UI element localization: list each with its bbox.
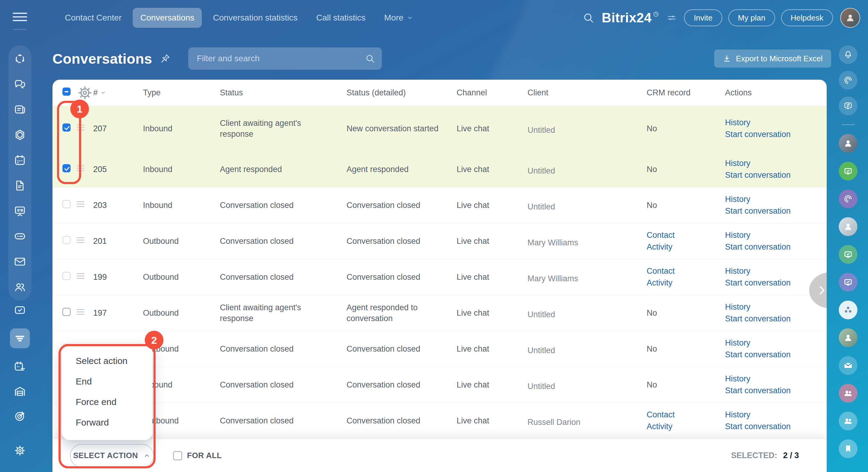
filter-search-icon[interactable] (365, 53, 375, 64)
column-header-status-detailed[interactable]: Status (detailed) (346, 88, 457, 97)
tab-conversations[interactable]: Conversations (133, 8, 202, 28)
crm-contact-link[interactable]: Contact (647, 229, 725, 241)
crm-contact-link[interactable]: Contact (647, 265, 725, 277)
helpdesk-button[interactable]: Helpdesk (781, 9, 833, 26)
contact-center-icon-active[interactable] (10, 328, 30, 348)
select-all-checkbox[interactable] (62, 88, 70, 96)
client-name[interactable]: Untitled (527, 163, 647, 176)
start-conversation-link[interactable]: Start conversation (725, 349, 827, 361)
main-menu-icon[interactable] (13, 13, 27, 21)
column-header-client[interactable]: Client (527, 88, 647, 97)
column-header-actions[interactable]: Actions (725, 88, 827, 97)
crm-contact-link[interactable]: Contact (647, 409, 725, 421)
start-conversation-link[interactable]: Start conversation (725, 128, 827, 140)
my-tasks-icon[interactable] (13, 304, 26, 316)
tab-call-statistics[interactable]: Call statistics (309, 8, 373, 28)
row-menu-icon[interactable] (76, 164, 85, 173)
chat-avatar-cat[interactable] (839, 217, 858, 236)
chat-avatar-man[interactable] (839, 134, 858, 153)
client-name[interactable]: Mary Williams (527, 271, 647, 284)
mail-channel-icon[interactable] (839, 356, 858, 375)
for-all-checkbox[interactable]: FOR ALL (173, 451, 222, 460)
history-link[interactable]: History (725, 301, 827, 313)
client-name[interactable]: Untitled (527, 379, 647, 391)
documents-icon[interactable] (13, 179, 26, 192)
menu-item-select-action[interactable]: Select action (62, 351, 152, 371)
history-link[interactable]: History (725, 229, 827, 241)
row-menu-icon[interactable] (76, 307, 85, 316)
search-icon[interactable] (582, 12, 594, 24)
start-conversation-link[interactable]: Start conversation (725, 169, 827, 181)
client-name[interactable]: Untitled (527, 343, 647, 355)
team-icon[interactable] (13, 281, 26, 293)
history-link[interactable]: History (725, 337, 827, 349)
tab-conversation-statistics[interactable]: Conversation statistics (206, 8, 305, 28)
history-link[interactable]: History (725, 194, 827, 205)
video-calls-icon[interactable] (13, 205, 26, 217)
column-header-channel[interactable]: Channel (457, 88, 527, 97)
filter-search-input[interactable] (196, 53, 365, 64)
row-checkbox[interactable] (62, 123, 70, 131)
messenger-icon[interactable] (13, 78, 26, 91)
table-settings-gear-icon[interactable] (76, 85, 93, 101)
row-checkbox[interactable] (62, 308, 70, 316)
pin-icon[interactable] (160, 53, 171, 64)
row-menu-icon[interactable] (76, 200, 85, 209)
copilot-icon[interactable] (839, 71, 858, 90)
history-link[interactable]: History (725, 409, 827, 421)
crm-activity-link[interactable]: Activity (647, 241, 725, 253)
row-menu-icon[interactable] (76, 236, 85, 244)
crm-activity-link[interactable]: Activity (647, 421, 725, 433)
monitor-app-purple-icon[interactable] (839, 273, 858, 292)
start-conversation-link[interactable]: Start conversation (725, 241, 827, 253)
client-name[interactable]: Untitled (527, 307, 647, 319)
row-checkbox[interactable] (62, 236, 70, 244)
drive-icon[interactable] (13, 230, 26, 243)
bitrix24-logo[interactable]: Bitrix24 (602, 10, 659, 25)
column-header-status[interactable]: Status (220, 88, 346, 97)
monitor-app-green-icon[interactable] (839, 245, 858, 264)
sliders-icon[interactable] (666, 13, 677, 23)
chat-avatar-woman[interactable] (839, 328, 858, 347)
calendar-icon[interactable] (13, 154, 26, 167)
menu-item-forward[interactable]: Forward (62, 412, 152, 433)
my-plan-button[interactable]: My plan (728, 9, 775, 26)
user-avatar[interactable] (840, 8, 860, 28)
row-checkbox[interactable] (62, 200, 70, 208)
invite-button[interactable]: Invite (684, 9, 722, 26)
crm-icon[interactable] (13, 410, 26, 422)
row-menu-icon[interactable] (76, 123, 85, 132)
bookmark-icon[interactable] (839, 439, 858, 458)
people-channel-pink-icon[interactable] (839, 384, 858, 403)
row-checkbox[interactable] (62, 272, 70, 280)
client-name[interactable]: Untitled (527, 122, 647, 135)
history-link[interactable]: History (725, 117, 827, 128)
client-name[interactable]: Untitled (527, 199, 647, 211)
column-header-type[interactable]: Type (143, 88, 220, 97)
crm-activity-link[interactable]: Activity (647, 277, 725, 289)
column-header-crm-record[interactable]: CRM record (647, 88, 725, 97)
menu-item-force-end[interactable]: Force end (62, 392, 152, 412)
history-link[interactable]: History (725, 157, 827, 169)
mail-icon[interactable] (13, 255, 26, 268)
chat-avatar-group[interactable] (839, 301, 858, 319)
news-feed-icon[interactable] (13, 103, 26, 116)
history-link[interactable]: History (725, 265, 827, 277)
row-checkbox[interactable] (62, 164, 70, 172)
tab-contact-center[interactable]: Contact Center (57, 8, 129, 28)
tasks-app-icon[interactable] (839, 162, 858, 180)
select-action-button[interactable]: SELECT ACTION (70, 444, 154, 468)
start-conversation-link[interactable]: Start conversation (725, 385, 827, 396)
ai-bot-avatar-icon[interactable] (839, 189, 858, 208)
history-link[interactable]: History (725, 373, 827, 385)
tasks-icon[interactable] (13, 128, 26, 141)
start-conversation-link[interactable]: Start conversation (725, 205, 827, 217)
row-menu-icon[interactable] (76, 272, 85, 281)
tab-more[interactable]: More (377, 8, 421, 28)
people-channel-icon[interactable] (839, 412, 858, 430)
export-excel-button[interactable]: Export to Microsoft Excel (714, 50, 831, 68)
column-header-id[interactable]: # (93, 88, 143, 97)
start-conversation-link[interactable]: Start conversation (725, 421, 827, 433)
warehouse-icon[interactable] (13, 385, 26, 398)
client-name[interactable]: Russell Darion (527, 415, 647, 427)
